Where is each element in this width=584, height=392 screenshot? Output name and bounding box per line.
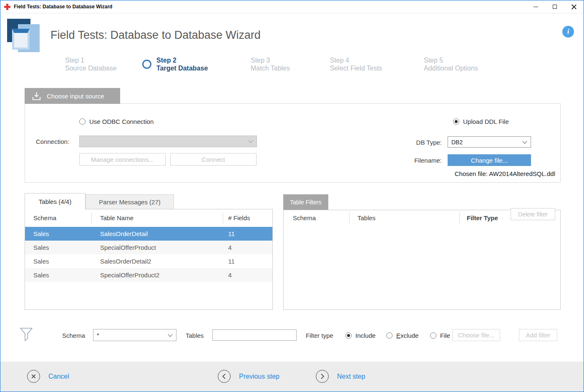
add-filter-button[interactable]: Add filter [519, 329, 557, 341]
filter-schema-label: Schema [62, 332, 85, 339]
step-4-select-field-tests[interactable]: Step 4Select Field Tests [330, 56, 382, 72]
filter-tables-input[interactable] [212, 329, 297, 341]
cancel-button[interactable]: Cancel [27, 370, 69, 383]
tab-parser-messages[interactable]: Parser Messages (27) [86, 194, 174, 209]
tab-tables[interactable]: Tables (4/4) [25, 193, 86, 209]
step-label: Target Database [156, 64, 208, 72]
filters-column-schema: Schema [284, 213, 350, 224]
info-icon[interactable]: i [562, 26, 574, 38]
cell-schema: Sales [25, 244, 92, 251]
cell-schema: Sales [25, 258, 92, 265]
radio-checked-icon [345, 332, 352, 339]
step-number: Step 3 [251, 56, 290, 64]
app-window: Field Tests: Database to Database Wizard… [0, 0, 584, 392]
upload-ddl-file-label: Upload DDL File [463, 118, 509, 125]
active-step-circle-icon [142, 60, 151, 69]
filter-schema-select[interactable]: * [93, 329, 176, 341]
step-5-additional-options[interactable]: Step 5Additional Options [424, 56, 478, 72]
choose-input-source-label: Choose input source [47, 93, 104, 100]
cell-fields: 4 [223, 244, 272, 251]
download-icon [32, 92, 41, 101]
table-row[interactable]: Sales SpecialOfferProduct2 4 [25, 268, 272, 282]
connection-label: Connection: [36, 138, 69, 145]
page-title: Field Tests: Database to Database Wizard [50, 29, 261, 42]
cancel-x-icon [27, 370, 40, 383]
cell-table-name: SpecialOfferProduct [92, 244, 223, 251]
cell-table-name: SalesOrderDetail [92, 230, 223, 237]
exclude-label: Exclude [396, 332, 418, 339]
maximize-button[interactable] [545, 0, 564, 13]
filters-column-filter-type: Filter Type [460, 213, 508, 224]
previous-step-label: Previous step [239, 373, 279, 380]
info-letter: i [567, 28, 569, 36]
step-3-match-tables[interactable]: Step 3Match Tables [251, 56, 290, 72]
titlebar-title: Field Tests: Database to Database Wizard [14, 4, 112, 10]
table-filters-panel: Schema Tables Filter Type [283, 210, 561, 310]
column-header-table-name: Table Name [92, 213, 223, 224]
close-button[interactable] [564, 0, 584, 13]
table-row[interactable]: Sales SalesOrderDetail2 11 [25, 254, 272, 268]
column-header-schema: Schema [25, 213, 92, 224]
include-label: Include [355, 332, 375, 339]
minimize-icon [534, 7, 538, 7]
upload-ddl-file-radio[interactable]: Upload DDL File [453, 118, 509, 125]
radio-unchecked-icon [430, 332, 436, 339]
chevron-down-icon [248, 138, 253, 143]
column-header-fields: # Fields [223, 213, 272, 224]
manage-connections-button[interactable]: Manage connections... [79, 153, 166, 166]
previous-step-button[interactable]: Previous step [218, 370, 279, 383]
filename-label: Filename: [388, 157, 442, 164]
app-logo [7, 19, 41, 53]
chevron-right-icon [316, 370, 329, 383]
radio-unchecked-icon [386, 332, 393, 339]
logo-window-shape [12, 29, 30, 50]
chevron-left-icon [218, 370, 231, 383]
db-type-select[interactable]: DB2 [448, 136, 531, 148]
step-number: Step 2 [156, 56, 208, 64]
window-controls [526, 0, 584, 13]
cancel-label: Cancel [48, 373, 69, 380]
include-radio[interactable]: Include [345, 332, 375, 339]
step-number: Step 5 [424, 56, 478, 64]
step-2-target-database[interactable]: Step 2Target Database [142, 56, 208, 72]
delete-filter-button[interactable]: Delete filter [511, 208, 555, 220]
radio-checked-icon [453, 118, 459, 125]
titlebar: Field Tests: Database to Database Wizard [0, 0, 584, 13]
cell-schema: Sales [25, 271, 92, 279]
file-radio[interactable]: File [430, 332, 450, 339]
file-label: File [440, 332, 450, 339]
step-1-source-database[interactable]: Step 1Source Database [65, 56, 117, 72]
tables-table: Schema Table Name # Fields Sales SalesOr… [25, 209, 273, 310]
step-label: Select Field Tests [330, 64, 382, 72]
next-step-label: Next step [337, 373, 365, 380]
db-type-value: DB2 [451, 139, 463, 146]
choose-file-button[interactable]: Choose file... [452, 329, 500, 341]
cell-fields: 11 [223, 230, 272, 237]
red-cross-icon [4, 4, 10, 10]
filters-column-tables: Tables [350, 213, 460, 224]
minimize-button[interactable] [526, 0, 545, 13]
next-step-button[interactable]: Next step [316, 370, 365, 383]
funnel-icon [19, 327, 33, 344]
radio-unchecked-icon [79, 118, 86, 125]
tables-header-row: Schema Table Name # Fields [25, 209, 272, 227]
cell-fields: 4 [223, 271, 272, 279]
table-row[interactable]: Sales SpecialOfferProduct 4 [25, 241, 272, 254]
choose-input-source-header: Choose input source [25, 88, 120, 104]
maximize-icon [553, 5, 557, 9]
table-row[interactable]: Sales SalesOrderDetail 11 [25, 227, 272, 241]
cell-table-name: SalesOrderDetail2 [92, 258, 223, 265]
connect-button[interactable]: Connect [170, 153, 257, 166]
step-number: Step 1 [65, 56, 117, 64]
change-file-button[interactable]: Change file... [448, 154, 531, 166]
cell-schema: Sales [25, 230, 92, 237]
step-number: Step 4 [330, 56, 382, 64]
exclude-radio[interactable]: Exclude [386, 332, 418, 339]
cell-table-name: SpecialOfferProduct2 [92, 271, 223, 279]
filter-tables-label: Tables [186, 332, 204, 339]
db-type-label: DB Type: [388, 139, 442, 146]
use-odbc-connection-radio[interactable]: Use ODBC Connection [79, 118, 154, 125]
filter-type-label: Filter type [306, 332, 333, 339]
connection-select[interactable] [79, 136, 257, 147]
step-indicator: Step 1Source Database Step 2Target Datab… [0, 56, 584, 75]
